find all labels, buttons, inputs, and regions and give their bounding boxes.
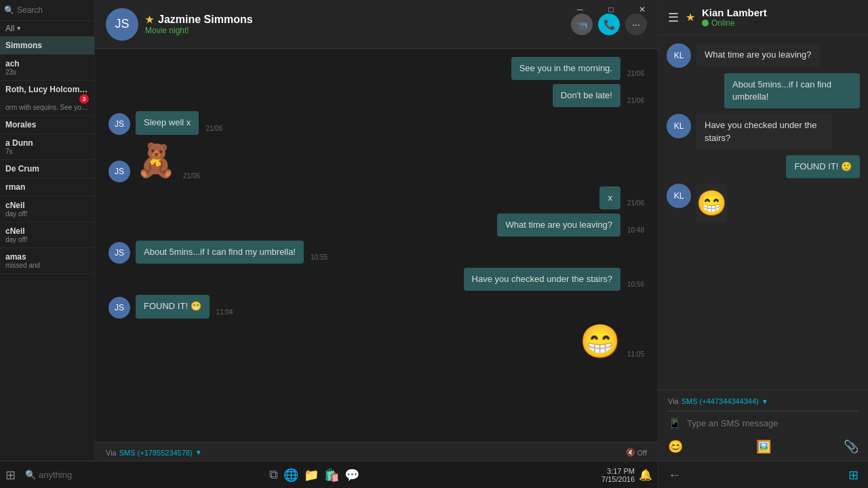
right-message-row: About 5mins...if I can find umbrella! <box>667 73 860 108</box>
hamburger-icon[interactable]: ☰ <box>668 10 679 25</box>
taskbar-search-icon: 🔍 <box>25 470 36 480</box>
contact-name: cNeil <box>5 201 89 210</box>
contact-name: ach <box>5 59 89 68</box>
sidebar-contact-item[interactable]: rman <box>0 178 94 197</box>
message-bubble: Don't be late! <box>553 84 620 107</box>
contact-name: De Crum <box>5 164 89 174</box>
chat-contact-status: Movie night! <box>145 26 571 35</box>
taskbar-search-text: anything <box>39 470 72 480</box>
right-footer: Via SMS (+447344344344) ▼ 📱 😊 🖼️ 📎 <box>658 390 868 461</box>
speaker-icon: 🔇 <box>626 448 635 457</box>
taskbar: ⊞ 🔍 anything ⧉ 🌐 📁 🛍️ 💬 3:17 PM 7/15/201… <box>0 461 658 488</box>
chevron-down-icon[interactable]: ▼ <box>762 398 768 405</box>
message-time: 10:48 <box>627 226 644 237</box>
sidebar-filter[interactable]: All ▼ <box>0 21 94 37</box>
windows-logo: ⊞ <box>848 468 859 483</box>
chat-via-row: Via SMS (+17855234578) ▼ 🔇 Off <box>106 448 647 457</box>
chat-contact-name: ★ Jazmine Simmons <box>145 14 571 26</box>
contact-name: amas <box>5 252 89 262</box>
message-avatar: JS <box>108 242 130 264</box>
right-attachment-button[interactable]: 📎 <box>844 439 859 454</box>
sidebar-contact-item[interactable]: ach23s <box>0 55 94 81</box>
right-panel: ☰ ★ Kian Lambert Online KLWhat time are … <box>658 0 868 488</box>
taskbar-search[interactable]: 🔍 anything <box>20 470 265 480</box>
taskbar-time-display: 3:17 PM <box>601 467 635 475</box>
contact-preview: missed and <box>5 262 89 269</box>
message-emoji: 😁 <box>580 323 620 361</box>
message-time: 10:56 <box>627 281 644 291</box>
skype-button[interactable]: 💬 <box>344 468 359 483</box>
sidebar-contacts: Simmonsach23sRoth, Lucy Holcomb, S...3or… <box>0 37 94 464</box>
right-message-row: FOUND IT! 🙂 <box>667 155 860 178</box>
right-message-row: KLHave you checked under the stairs? <box>667 114 860 149</box>
right-message-bubble: What time are you leaving? <box>696 43 820 66</box>
right-phone-icon: 📱 <box>668 417 682 430</box>
message-time: 11:04 <box>216 308 233 319</box>
notification-button[interactable]: 🔔 <box>639 468 652 481</box>
message-avatar: JS <box>108 113 130 135</box>
chevron-down-icon[interactable]: ▼ <box>195 449 202 456</box>
contact-name: cNeil <box>5 226 89 236</box>
sidebar-contact-item[interactable]: a Dunn7s <box>0 134 94 160</box>
sidebar-contact-item[interactable]: Morales <box>0 116 94 134</box>
message-row: Have you checked under the stairs?10:56 <box>108 268 644 291</box>
message-avatar: JS <box>108 161 130 182</box>
close-button[interactable]: ✕ <box>627 0 658 19</box>
right-message-avatar: KL <box>667 184 691 208</box>
task-view-button[interactable]: ⧉ <box>269 468 278 482</box>
contact-name: rman <box>5 182 89 192</box>
store-button[interactable]: 🛍️ <box>324 468 339 483</box>
chat-header-info: ★ Jazmine Simmons Movie night! <box>145 14 571 35</box>
sidebar-search-bar[interactable]: 🔍 <box>0 0 94 21</box>
right-message-bubble: Have you checked under the stairs? <box>696 114 832 149</box>
message-time: 10:55 <box>311 253 328 264</box>
sidebar-contact-item[interactable]: Simmons <box>0 37 94 55</box>
taskbar-date-display: 7/15/2016 <box>601 475 635 483</box>
contact-name: Simmons <box>5 41 89 50</box>
right-message-row: KLWhat time are you leaving? <box>667 43 860 68</box>
sidebar-contact-item[interactable]: cNeilday off! <box>0 197 94 222</box>
message-emoji: 🧸 <box>136 139 176 182</box>
window-controls: ─ □ ✕ <box>564 0 658 19</box>
contact-name: Morales <box>5 120 89 129</box>
maximize-button[interactable]: □ <box>595 0 627 19</box>
taskbar-icons: ⧉ 🌐 📁 🛍️ 💬 <box>269 468 359 483</box>
right-input-actions: 😊 🖼️ 📎 <box>668 435 859 454</box>
message-time: 21/06 <box>627 97 644 107</box>
right-message-avatar: KL <box>667 114 691 138</box>
right-via-label: Via <box>668 397 679 405</box>
right-input-row: 📱 <box>668 417 859 430</box>
message-bubble: What time are you leaving? <box>497 214 620 237</box>
avatar: JS <box>106 8 138 41</box>
start-button[interactable]: ⊞ <box>5 468 16 483</box>
sidebar-contact-item[interactable]: De Crum <box>0 160 94 178</box>
right-message-avatar: KL <box>667 43 691 68</box>
star-icon: ★ <box>686 11 695 24</box>
message-row: JSFOUND IT! 😁11:04 <box>108 295 644 318</box>
message-bubble: Have you checked under the stairs? <box>464 268 620 291</box>
right-emoji-button[interactable]: 😊 <box>668 439 683 454</box>
sidebar-contact-item[interactable]: cNeilday off! <box>0 222 94 248</box>
message-row: 😁11:05 <box>108 323 644 361</box>
right-chat-input[interactable] <box>687 418 859 428</box>
sidebar-contact-item[interactable]: Roth, Lucy Holcomb, S...3orm with sequin… <box>0 81 94 116</box>
back-button[interactable]: ← <box>668 467 682 483</box>
message-row: JS🧸21/06 <box>108 139 644 182</box>
right-via-row: Via SMS (+447344344344) ▼ <box>668 397 859 411</box>
sms-selector[interactable]: SMS (+17855234578) <box>119 449 193 457</box>
message-time: 11:05 <box>627 350 644 361</box>
mute-button[interactable]: 🔇 Off <box>626 448 647 457</box>
minimize-button[interactable]: ─ <box>564 0 595 19</box>
search-input[interactable] <box>17 5 90 15</box>
explorer-button[interactable]: 📁 <box>304 468 319 483</box>
right-message-bubble: FOUND IT! 🙂 <box>786 155 860 178</box>
right-image-button[interactable]: 🖼️ <box>756 439 771 454</box>
message-row: What time are you leaving?10:48 <box>108 214 644 237</box>
right-nav: ← ⊞ <box>658 461 868 488</box>
online-indicator <box>702 20 709 26</box>
right-sms-selector[interactable]: SMS (+447344344344) <box>682 397 759 405</box>
edge-button[interactable]: 🌐 <box>283 468 298 483</box>
right-message-row: KL😁 <box>667 184 860 223</box>
sidebar-contact-item[interactable]: amasmissed and <box>0 248 94 274</box>
contact-name: a Dunn <box>5 138 89 148</box>
